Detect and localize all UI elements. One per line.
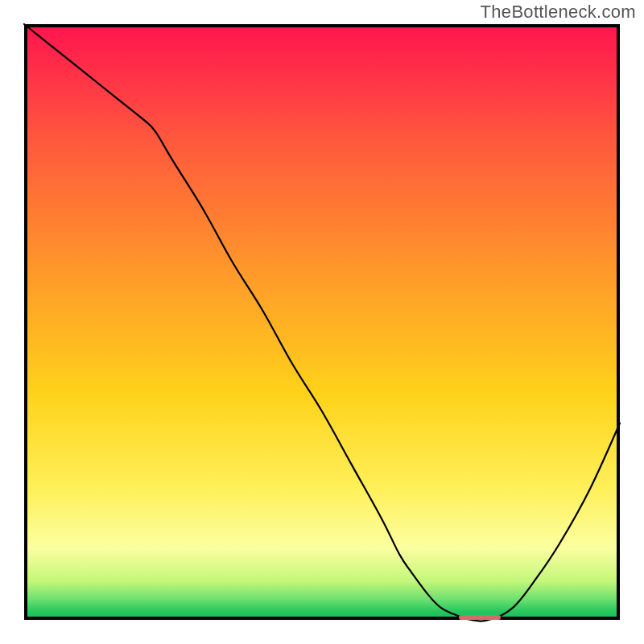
watermark-text: TheBottleneck.com	[481, 2, 636, 23]
bottleneck-curve	[24, 24, 620, 621]
minimum-marker	[459, 615, 501, 620]
bottleneck-curve-svg	[24, 24, 620, 620]
plot-area	[24, 24, 620, 620]
chart-stage: TheBottleneck.com	[0, 0, 644, 644]
